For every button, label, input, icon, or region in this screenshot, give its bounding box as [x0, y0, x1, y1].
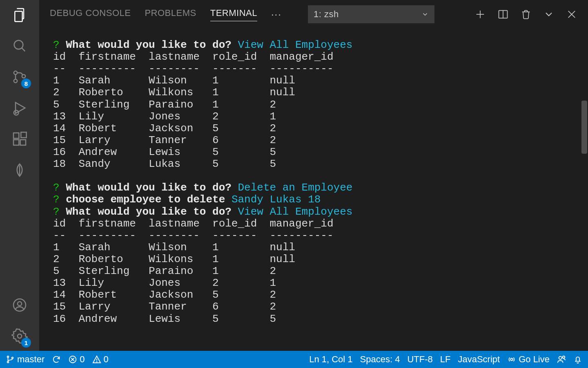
branch-name: master: [17, 354, 45, 365]
tab-debug-console[interactable]: DEBUG CONSOLE: [50, 8, 131, 21]
scrollbar-thumb[interactable]: [581, 101, 587, 154]
svg-rect-9: [21, 132, 26, 137]
svg-point-22: [12, 357, 13, 359]
run-debug-icon[interactable]: [10, 98, 29, 118]
warnings-indicator[interactable]: 0: [92, 354, 109, 365]
svg-point-0: [14, 40, 23, 49]
tab-problems[interactable]: PROBLEMS: [145, 8, 196, 21]
svg-point-27: [96, 361, 97, 362]
svg-point-4: [22, 74, 25, 78]
svg-point-21: [7, 361, 9, 363]
leaf-icon[interactable]: [10, 160, 29, 180]
cursor-position[interactable]: Ln 1, Col 1: [309, 354, 352, 365]
bell-icon[interactable]: [573, 355, 582, 364]
feedback-icon[interactable]: [557, 355, 566, 364]
settings-icon[interactable]: 1: [10, 326, 29, 346]
terminal-selector-label: 1: zsh: [314, 9, 339, 20]
indent-indicator[interactable]: Spaces: 4: [360, 354, 400, 365]
extensions-icon[interactable]: [10, 129, 29, 149]
svg-rect-8: [20, 140, 26, 145]
errors-indicator[interactable]: 0: [68, 354, 85, 365]
svg-line-1: [22, 48, 25, 51]
terminal-selector[interactable]: 1: zsh: [308, 5, 434, 23]
new-terminal-icon[interactable]: [474, 9, 486, 20]
svg-point-29: [559, 357, 562, 359]
tab-terminal[interactable]: TERMINAL: [210, 8, 257, 21]
svg-point-2: [14, 71, 17, 74]
explorer-icon[interactable]: [10, 5, 29, 25]
source-control-icon[interactable]: 8: [10, 67, 29, 87]
go-live-label: Go Live: [519, 354, 550, 365]
svg-point-12: [18, 302, 22, 306]
error-count: 0: [80, 354, 85, 365]
more-icon[interactable]: ···: [271, 9, 282, 20]
split-terminal-icon[interactable]: [497, 9, 509, 20]
accounts-icon[interactable]: [10, 295, 29, 315]
chevron-down-icon[interactable]: [543, 9, 555, 20]
close-panel-icon[interactable]: [566, 9, 577, 20]
chevron-down-icon: [421, 11, 429, 18]
svg-point-3: [14, 79, 17, 83]
language-indicator[interactable]: JavaScript: [458, 354, 500, 365]
sync-icon[interactable]: [52, 355, 61, 364]
eol-indicator[interactable]: LF: [440, 354, 451, 365]
encoding-indicator[interactable]: UTF-8: [407, 354, 432, 365]
svg-point-13: [18, 334, 22, 338]
svg-rect-7: [13, 140, 19, 145]
svg-rect-6: [13, 133, 19, 138]
settings-badge: 1: [21, 338, 31, 348]
scm-badge: 8: [21, 79, 31, 88]
warning-count: 0: [104, 354, 109, 365]
go-live-button[interactable]: Go Live: [507, 354, 550, 365]
svg-point-28: [510, 358, 513, 361]
terminal-output[interactable]: ? What would you like to do? View All Em…: [39, 29, 588, 351]
panel-header: DEBUG CONSOLE PROBLEMS TERMINAL ··· 1: z…: [39, 0, 588, 29]
branch-indicator[interactable]: master: [6, 354, 45, 365]
activity-bar: 8 1: [0, 0, 39, 351]
status-bar: master 0 0 Ln 1, Col 1 Spaces: 4 UTF-8 L…: [0, 351, 588, 368]
svg-point-20: [7, 356, 9, 358]
search-icon[interactable]: [10, 36, 29, 56]
kill-terminal-icon[interactable]: [520, 9, 532, 20]
svg-point-30: [563, 356, 565, 359]
